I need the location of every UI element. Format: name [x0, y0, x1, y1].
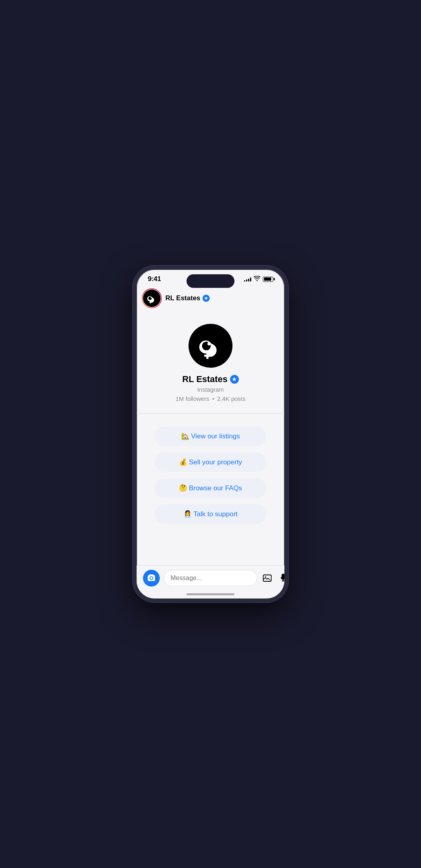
- microphone-button[interactable]: [277, 572, 288, 584]
- wifi-icon: [254, 276, 260, 282]
- browse-faqs-button[interactable]: 🤔 Browse our FAQs: [155, 478, 266, 498]
- header-name[interactable]: RL Estates: [165, 294, 210, 302]
- camera-button[interactable]: [143, 570, 160, 587]
- verified-badge-profile: [230, 375, 239, 384]
- header-avatar-wrapper[interactable]: [143, 289, 161, 307]
- dynamic-island: [187, 274, 234, 288]
- input-actions: [261, 572, 288, 584]
- profile-platform: Instagram: [197, 386, 224, 393]
- header-avatar: [143, 289, 161, 307]
- main-content: RL Estates Instagram 1M followers 2.4K p…: [137, 312, 284, 565]
- view-listings-button[interactable]: 🏡 View our listings: [155, 426, 266, 446]
- home-indicator: [187, 593, 234, 595]
- profile-followers: 1M followers: [175, 395, 209, 402]
- browse-faqs-label: Browse our FAQs: [189, 484, 242, 492]
- status-time: 9:41: [148, 275, 161, 283]
- browse-faqs-emoji: 🤔: [179, 484, 187, 492]
- sell-property-emoji: 💰: [179, 458, 187, 466]
- sell-property-button[interactable]: 💰 Sell your property: [155, 452, 266, 472]
- profile-stats: 1M followers 2.4K posts: [175, 395, 245, 402]
- svg-point-1: [265, 577, 266, 578]
- sell-property-label: Sell your property: [189, 458, 242, 466]
- media-button[interactable]: [261, 572, 273, 584]
- profile-avatar-large[interactable]: [189, 324, 232, 368]
- battery-icon: [263, 277, 273, 282]
- action-buttons: 🏡 View our listings 💰 Sell your property…: [137, 417, 284, 533]
- phone-frame: 9:41: [133, 266, 288, 602]
- talk-support-button[interactable]: 👩‍💼 Talk to support: [155, 504, 266, 524]
- profile-name: RL Estates: [182, 374, 238, 384]
- talk-support-label: Talk to support: [193, 510, 238, 518]
- divider: [137, 413, 284, 414]
- view-listings-label: View our listings: [191, 432, 240, 440]
- talk-support-emoji: 👩‍💼: [183, 510, 192, 518]
- status-icons: [244, 276, 273, 282]
- verified-badge-header: [203, 295, 210, 302]
- signal-icon: [244, 277, 251, 281]
- message-input[interactable]: [164, 570, 257, 586]
- profile-posts: 2.4K posts: [217, 395, 246, 402]
- view-listings-emoji: 🏡: [181, 432, 189, 440]
- chat-header: RL Estates: [137, 286, 284, 312]
- profile-section: RL Estates Instagram 1M followers 2.4K p…: [137, 312, 284, 410]
